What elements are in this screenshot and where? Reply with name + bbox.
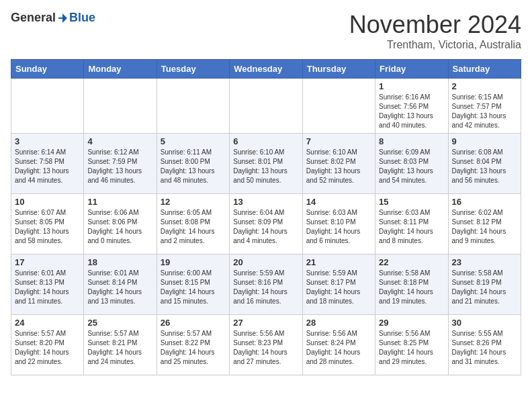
- cell-info: Sunrise: 6:01 AM Sunset: 8:13 PM Dayligh…: [15, 269, 80, 306]
- day-number: 16: [452, 197, 517, 207]
- day-number: 1: [379, 81, 444, 91]
- calendar-cell: 14Sunrise: 6:03 AM Sunset: 8:10 PM Dayli…: [302, 194, 375, 255]
- day-number: 22: [379, 257, 444, 267]
- day-of-week-header: Friday: [375, 60, 448, 79]
- cell-info: Sunrise: 6:10 AM Sunset: 8:02 PM Dayligh…: [306, 148, 371, 185]
- cell-info: Sunrise: 5:56 AM Sunset: 8:25 PM Dayligh…: [379, 329, 444, 367]
- calendar-cell: 9Sunrise: 6:08 AM Sunset: 8:04 PM Daylig…: [448, 134, 521, 194]
- day-number: 2: [452, 81, 517, 91]
- day-number: 3: [15, 136, 80, 146]
- day-number: 12: [161, 197, 226, 207]
- calendar-cell: 12Sunrise: 6:05 AM Sunset: 8:08 PM Dayli…: [157, 194, 229, 255]
- day-number: 18: [87, 257, 152, 267]
- day-number: 10: [15, 197, 80, 207]
- calendar-body: 1Sunrise: 6:16 AM Sunset: 7:56 PM Daylig…: [11, 79, 521, 375]
- cell-info: Sunrise: 5:59 AM Sunset: 8:16 PM Dayligh…: [233, 269, 298, 306]
- day-number: 7: [306, 136, 371, 146]
- day-number: 19: [161, 257, 226, 267]
- calendar-cell: 2Sunrise: 6:15 AM Sunset: 7:57 PM Daylig…: [448, 79, 521, 134]
- logo-general-text: General: [11, 11, 56, 25]
- day-of-week-header: Thursday: [302, 60, 375, 79]
- cell-info: Sunrise: 6:10 AM Sunset: 8:01 PM Dayligh…: [233, 148, 298, 185]
- day-number: 23: [452, 257, 517, 267]
- calendar-cell: 15Sunrise: 6:03 AM Sunset: 8:11 PM Dayli…: [375, 194, 448, 255]
- cell-info: Sunrise: 5:56 AM Sunset: 8:23 PM Dayligh…: [233, 329, 298, 367]
- cell-info: Sunrise: 6:01 AM Sunset: 8:14 PM Dayligh…: [87, 269, 152, 306]
- calendar-cell: 19Sunrise: 6:00 AM Sunset: 8:15 PM Dayli…: [157, 255, 229, 315]
- day-number: 21: [306, 257, 371, 267]
- calendar-header: SundayMondayTuesdayWednesdayThursdayFrid…: [11, 60, 521, 79]
- day-number: 20: [233, 257, 298, 267]
- logo: General Blue: [11, 11, 95, 25]
- day-number: 6: [233, 136, 298, 146]
- cell-info: Sunrise: 6:00 AM Sunset: 8:15 PM Dayligh…: [161, 269, 226, 306]
- location-subtitle: Trentham, Victoria, Australia: [349, 39, 521, 51]
- cell-info: Sunrise: 5:57 AM Sunset: 8:22 PM Dayligh…: [161, 329, 226, 367]
- cell-info: Sunrise: 6:12 AM Sunset: 7:59 PM Dayligh…: [87, 148, 152, 185]
- day-of-week-header: Sunday: [11, 60, 84, 79]
- calendar-cell: 22Sunrise: 5:58 AM Sunset: 8:18 PM Dayli…: [375, 255, 448, 315]
- cell-info: Sunrise: 6:11 AM Sunset: 8:00 PM Dayligh…: [161, 148, 226, 185]
- calendar-cell: [302, 79, 375, 134]
- calendar-cell: 26Sunrise: 5:57 AM Sunset: 8:22 PM Dayli…: [157, 315, 229, 375]
- calendar-cell: [84, 79, 157, 134]
- cell-info: Sunrise: 6:03 AM Sunset: 8:10 PM Dayligh…: [306, 208, 371, 246]
- day-number: 9: [452, 136, 517, 146]
- calendar-cell: 21Sunrise: 5:59 AM Sunset: 8:17 PM Dayli…: [302, 255, 375, 315]
- cell-info: Sunrise: 5:59 AM Sunset: 8:17 PM Dayligh…: [306, 269, 371, 306]
- cell-info: Sunrise: 6:16 AM Sunset: 7:56 PM Dayligh…: [379, 93, 444, 130]
- day-of-week-header: Wednesday: [230, 60, 302, 79]
- calendar-table: SundayMondayTuesdayWednesdayThursdayFrid…: [11, 59, 521, 375]
- calendar-cell: 25Sunrise: 5:57 AM Sunset: 8:21 PM Dayli…: [84, 315, 157, 375]
- calendar-cell: 23Sunrise: 5:58 AM Sunset: 8:19 PM Dayli…: [448, 255, 521, 315]
- cell-info: Sunrise: 5:55 AM Sunset: 8:26 PM Dayligh…: [452, 329, 517, 367]
- day-number: 26: [161, 318, 226, 328]
- calendar-cell: 28Sunrise: 5:56 AM Sunset: 8:24 PM Dayli…: [302, 315, 375, 375]
- day-of-week-header: Tuesday: [157, 60, 229, 79]
- cell-info: Sunrise: 5:56 AM Sunset: 8:24 PM Dayligh…: [306, 329, 371, 367]
- calendar-cell: 16Sunrise: 6:02 AM Sunset: 8:12 PM Dayli…: [448, 194, 521, 255]
- logo-blue-text: Blue: [69, 11, 95, 25]
- cell-info: Sunrise: 5:57 AM Sunset: 8:20 PM Dayligh…: [15, 329, 80, 367]
- day-of-week-header: Saturday: [448, 60, 521, 79]
- calendar-cell: 27Sunrise: 5:56 AM Sunset: 8:23 PM Dayli…: [230, 315, 302, 375]
- calendar-cell: 17Sunrise: 6:01 AM Sunset: 8:13 PM Dayli…: [11, 255, 84, 315]
- day-number: 25: [87, 318, 152, 328]
- calendar-cell: 1Sunrise: 6:16 AM Sunset: 7:56 PM Daylig…: [375, 79, 448, 134]
- calendar-cell: 20Sunrise: 5:59 AM Sunset: 8:16 PM Dayli…: [230, 255, 302, 315]
- cell-info: Sunrise: 6:02 AM Sunset: 8:12 PM Dayligh…: [452, 208, 517, 246]
- title-block: November 2024 Trentham, Victoria, Austra…: [349, 11, 521, 51]
- cell-info: Sunrise: 6:09 AM Sunset: 8:03 PM Dayligh…: [379, 148, 444, 185]
- svg-marker-0: [58, 13, 67, 23]
- day-number: 15: [379, 197, 444, 207]
- cell-info: Sunrise: 6:15 AM Sunset: 7:57 PM Dayligh…: [452, 93, 517, 130]
- cell-info: Sunrise: 6:05 AM Sunset: 8:08 PM Dayligh…: [161, 208, 226, 246]
- day-number: 4: [87, 136, 152, 146]
- day-of-week-header: Monday: [84, 60, 157, 79]
- day-number: 8: [379, 136, 444, 146]
- calendar-cell: 7Sunrise: 6:10 AM Sunset: 8:02 PM Daylig…: [302, 134, 375, 194]
- calendar-week-row: 1Sunrise: 6:16 AM Sunset: 7:56 PM Daylig…: [11, 79, 521, 134]
- page-header: General Blue November 2024 Trentham, Vic…: [11, 11, 521, 51]
- calendar-week-row: 10Sunrise: 6:07 AM Sunset: 8:05 PM Dayli…: [11, 194, 521, 255]
- day-number: 24: [15, 318, 80, 328]
- cell-info: Sunrise: 6:04 AM Sunset: 8:09 PM Dayligh…: [233, 208, 298, 246]
- logo-flag-icon: [56, 12, 69, 24]
- cell-info: Sunrise: 5:57 AM Sunset: 8:21 PM Dayligh…: [87, 329, 152, 367]
- cell-info: Sunrise: 6:08 AM Sunset: 8:04 PM Dayligh…: [452, 148, 517, 185]
- calendar-week-row: 17Sunrise: 6:01 AM Sunset: 8:13 PM Dayli…: [11, 255, 521, 315]
- calendar-cell: 10Sunrise: 6:07 AM Sunset: 8:05 PM Dayli…: [11, 194, 84, 255]
- day-number: 27: [233, 318, 298, 328]
- day-number: 13: [233, 197, 298, 207]
- calendar-cell: 29Sunrise: 5:56 AM Sunset: 8:25 PM Dayli…: [375, 315, 448, 375]
- calendar-week-row: 24Sunrise: 5:57 AM Sunset: 8:20 PM Dayli…: [11, 315, 521, 375]
- calendar-cell: 4Sunrise: 6:12 AM Sunset: 7:59 PM Daylig…: [84, 134, 157, 194]
- cell-info: Sunrise: 6:14 AM Sunset: 7:58 PM Dayligh…: [15, 148, 80, 185]
- day-number: 29: [379, 318, 444, 328]
- month-title: November 2024: [349, 11, 521, 39]
- cell-info: Sunrise: 5:58 AM Sunset: 8:18 PM Dayligh…: [379, 269, 444, 306]
- day-number: 14: [306, 197, 371, 207]
- calendar-cell: [230, 79, 302, 134]
- calendar-cell: 11Sunrise: 6:06 AM Sunset: 8:06 PM Dayli…: [84, 194, 157, 255]
- day-number: 28: [306, 318, 371, 328]
